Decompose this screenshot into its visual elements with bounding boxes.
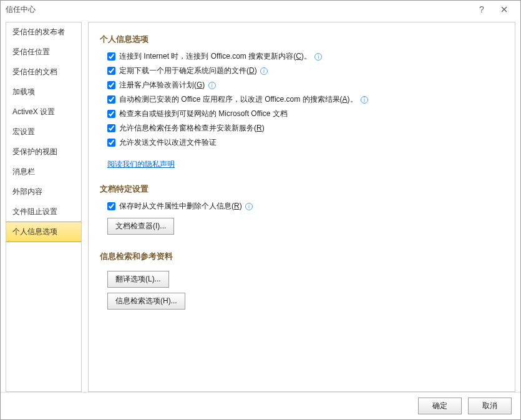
sidebar-item-label: 受信任位置 [12,47,50,56]
personal-check-row-0: 连接到 Internet 时，连接到 Office.com 搜索更新内容(C)。… [107,51,504,62]
sidebar-item-label: 宏设置 [12,127,35,136]
privacy-statement-link[interactable]: 阅读我们的隐私声明 [107,159,175,170]
sidebar-item-9[interactable]: 文件阻止设置 [6,202,81,222]
personal-checkbox-3[interactable] [107,95,115,104]
remove-personal-info-label: 保存时从文件属性中删除个人信息(R) i [119,201,253,212]
info-icon[interactable]: i [245,203,253,210]
titlebar: 信任中心 ? [1,1,520,18]
personal-check-row-3: 自动检测已安装的 Office 应用程序，以改进 Office.com 的搜索结… [107,94,504,105]
personal-check-row-1: 定期下载一个用于确定系统问题的文件(D) i [107,66,504,76]
section-title-personal: 个人信息选项 [100,34,504,45]
sidebar-item-label: 受信任的文档 [12,67,57,76]
sidebar-item-7[interactable]: 消息栏 [6,162,81,182]
sidebar: 受信任的发布者受信任位置受信任的文档加载项ActiveX 设置宏设置受保护的视图… [6,22,82,392]
personal-checkbox-4[interactable] [107,110,115,118]
sidebar-item-3[interactable]: 加载项 [6,82,81,102]
window-title: 信任中心 [6,4,470,15]
personal-checkbox-2[interactable] [107,81,115,89]
personal-checkbox-0[interactable] [107,52,115,61]
sidebar-item-label: 受保护的视图 [12,147,57,156]
document-inspector-button[interactable]: 文档检查器(I)... [107,218,174,235]
sidebar-item-5[interactable]: 宏设置 [6,122,81,142]
sidebar-item-label: 个人信息选项 [12,227,57,236]
trust-center-dialog: 信任中心 ? 受信任的发布者受信任位置受信任的文档加载项ActiveX 设置宏设… [0,0,521,420]
translation-options-button[interactable]: 翻译选项(L)... [107,271,169,288]
dialog-footer: 确定 取消 [1,392,520,419]
remove-personal-info-checkbox[interactable] [107,202,115,210]
sidebar-item-label: 加载项 [12,87,35,96]
content-panel: 个人信息选项 连接到 Internet 时，连接到 Office.com 搜索更… [88,22,515,392]
personal-check-label-2: 注册客户体验改善计划(G) i [119,80,216,90]
cancel-button[interactable]: 取消 [468,398,512,414]
sidebar-item-8[interactable]: 外部内容 [6,182,81,202]
sidebar-item-10[interactable]: 个人信息选项 [6,222,82,242]
sidebar-item-6[interactable]: 受保护的视图 [6,142,81,162]
personal-check-row-6: 允许发送文件以改进文件验证 [107,137,504,148]
info-icon[interactable]: i [361,96,368,104]
remove-personal-info-row: 保存时从文件属性中删除个人信息(R) i [107,201,504,212]
personal-check-row-5: 允许信息检索任务窗格检查并安装新服务(R) [107,123,504,134]
personal-checkbox-5[interactable] [107,124,115,132]
personal-check-label-5: 允许信息检索任务窗格检查并安装新服务(R) [119,123,265,134]
personal-checkbox-6[interactable] [107,139,115,147]
sidebar-item-label: ActiveX 设置 [12,107,55,116]
research-options-button[interactable]: 信息检索选项(H)... [107,293,185,310]
dialog-body: 受信任的发布者受信任位置受信任的文档加载项ActiveX 设置宏设置受保护的视图… [1,18,520,392]
close-button[interactable] [493,1,515,17]
section-title-research: 信息检索和参考资料 [100,251,504,262]
sidebar-item-label: 消息栏 [12,167,35,176]
personal-checkbox-1[interactable] [107,67,115,75]
personal-check-label-6: 允许发送文件以改进文件验证 [119,137,217,148]
close-icon [501,6,507,12]
sidebar-item-label: 文件阻止设置 [12,207,57,216]
sidebar-item-2[interactable]: 受信任的文档 [6,62,81,82]
help-button[interactable]: ? [470,1,493,17]
info-icon[interactable]: i [260,67,268,75]
personal-check-label-1: 定期下载一个用于确定系统问题的文件(D) i [119,66,268,76]
personal-check-row-4: 检查来自或链接到可疑网站的 Microsoft Office 文档 [107,109,504,119]
sidebar-item-label: 受信任的发布者 [12,27,65,36]
info-icon[interactable]: i [208,82,216,89]
info-icon[interactable]: i [314,53,322,61]
sidebar-item-4[interactable]: ActiveX 设置 [6,102,81,122]
ok-button[interactable]: 确定 [418,398,462,414]
personal-check-label-4: 检查来自或链接到可疑网站的 Microsoft Office 文档 [119,109,288,119]
sidebar-item-0[interactable]: 受信任的发布者 [6,22,81,42]
section-title-docspec: 文档特定设置 [100,183,504,195]
sidebar-item-1[interactable]: 受信任位置 [6,42,81,62]
personal-check-label-3: 自动检测已安装的 Office 应用程序，以改进 Office.com 的搜索结… [119,94,368,105]
personal-check-row-2: 注册客户体验改善计划(G) i [107,80,504,90]
sidebar-item-label: 外部内容 [12,187,42,196]
personal-check-label-0: 连接到 Internet 时，连接到 Office.com 搜索更新内容(C)。… [119,51,322,62]
